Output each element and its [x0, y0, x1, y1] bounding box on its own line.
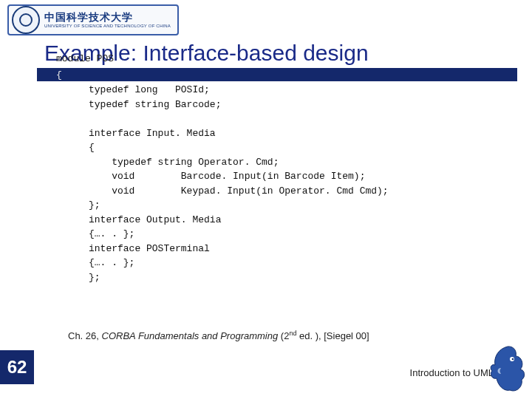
- citation-ed-sup: nd: [289, 330, 296, 337]
- code-line: interface Input. Media: [89, 128, 216, 139]
- code-line: {: [89, 142, 95, 153]
- citation-ed-close: ed. ), [Siegel 00]: [296, 330, 369, 341]
- footer-text: Introduction to UML: [410, 367, 494, 378]
- citation-book: CORBA Fundamentals and Programming: [102, 330, 279, 341]
- code-line: typedef long POSId;: [89, 84, 210, 95]
- logo-text: 中国科学技术大学 UNIVERSITY OF SCIENCE AND TECHN…: [44, 12, 171, 28]
- code-line: };: [89, 200, 100, 211]
- page-number: 62: [0, 350, 34, 384]
- code-line: };: [89, 272, 100, 283]
- logo-cn-text: 中国科学技术大学: [44, 12, 171, 22]
- svg-point-1: [512, 358, 514, 361]
- code-block: typedef long POSId; typedef string Barco…: [89, 83, 389, 284]
- code-line: {…. . };: [89, 257, 134, 268]
- code-line: typedef string Barcode;: [89, 99, 221, 110]
- code-line: interface POSTerminal: [89, 243, 210, 254]
- title-underline-bar: [37, 68, 517, 81]
- code-line: {…. . };: [89, 228, 134, 239]
- citation-ed-open: (2: [278, 330, 289, 341]
- university-logo: 中国科学技术大学 UNIVERSITY OF SCIENCE AND TECHN…: [7, 4, 179, 35]
- code-line: interface Output. Media: [89, 214, 221, 225]
- slide-title-wrap: Example: Interface-based design: [44, 41, 510, 66]
- code-line: typedef string Operator. Cmd;: [89, 157, 279, 168]
- seal-icon: [12, 6, 40, 34]
- citation-prefix: Ch. 26,: [68, 330, 102, 341]
- citation: Ch. 26, CORBA Fundamentals and Programmi…: [68, 330, 369, 341]
- code-line: void Barcode. Input(in Barcode Item);: [89, 171, 365, 182]
- code-open-brace: {: [56, 69, 62, 81]
- logo-en-text: UNIVERSITY OF SCIENCE AND TECHNOLOGY OF …: [44, 24, 171, 28]
- code-line: void Keypad. Input(in Operator. Cmd Cmd)…: [89, 185, 389, 197]
- dragon-icon: [488, 343, 528, 395]
- code-module-label: module POS: [56, 53, 114, 64]
